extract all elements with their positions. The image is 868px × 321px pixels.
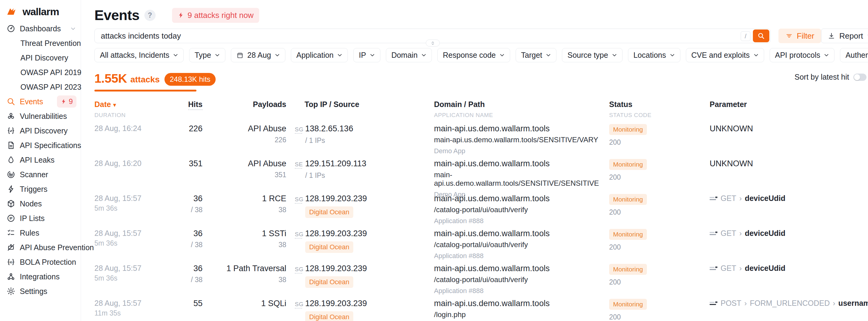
help-icon[interactable]: ? [144, 10, 156, 21]
parameter-location-icon [710, 266, 717, 271]
brand-logo[interactable]: wallarm [0, 0, 81, 17]
svg-text:ID: ID [9, 261, 12, 264]
filter-chip-mode[interactable]: All attacks, Incidents [94, 48, 184, 62]
sidebar-item-dashboards[interactable]: Dashboards [0, 21, 81, 36]
event-domain: main-api.us.demo.wallarm.tools [434, 194, 609, 203]
results-summary: 1.55K attacks 248.13K hits Sort by lates… [94, 71, 866, 92]
sidebar-item-api-discovery[interactable]: API Discovery [0, 123, 81, 138]
sidebar-item-api-specifications[interactable]: API Specifications [0, 138, 81, 153]
calendar-icon [236, 52, 244, 59]
table-row[interactable]: 28 Aug, 16:20 351 API Abuse 351 SE 129.1… [94, 155, 866, 190]
filter-icon [785, 32, 793, 40]
gauge-icon [6, 24, 16, 33]
chevron-right-icon [739, 229, 742, 238]
event-date: 28 Aug, 16:20 [94, 159, 170, 168]
filter-chips-row: All attacks, Incidents Type 28 Aug Appli… [94, 48, 866, 62]
sidebar-item-rules[interactable]: Rules [0, 225, 81, 240]
checklist-icon [6, 228, 16, 238]
filter-chip-ip[interactable]: IP [353, 48, 380, 62]
event-date: 28 Aug, 15:57 [94, 299, 170, 308]
attacks-tab[interactable]: 1.55K attacks 248.13K hits [94, 71, 216, 92]
application-name: Demo App [434, 147, 609, 155]
chevron-down-icon [499, 52, 505, 58]
payload-count: 351 [203, 171, 286, 179]
sidebar-item-bola-protection[interactable]: ID BOLA Protection [0, 255, 81, 269]
source-ip: 128.199.203.239 [305, 194, 367, 203]
ip-circle-icon: IP [6, 214, 16, 223]
source-ip: 138.2.65.136 [305, 124, 353, 133]
sidebar-item-api-discovery-dashboard[interactable]: API Discovery [0, 50, 81, 65]
toggle-knob [854, 74, 860, 80]
search-button[interactable] [753, 30, 769, 42]
filter-chip-locations[interactable]: Locations [628, 48, 680, 62]
country-code-badge: SG [295, 231, 302, 239]
column-header-date[interactable]: Date [94, 100, 170, 109]
filter-button[interactable]: Filter [778, 29, 821, 43]
filter-chip-source-type[interactable]: Source type [562, 48, 622, 62]
payload-count: 226 [203, 136, 286, 144]
sort-label: Sort by latest hit [795, 73, 849, 81]
search-collapse-handle[interactable] [426, 39, 440, 46]
sidebar-item-ip-lists[interactable]: IP IP Lists [0, 211, 81, 225]
sidebar-item-threat-prevention[interactable]: Threat Prevention [0, 36, 81, 50]
sidebar-item-scanner[interactable]: Scanner [0, 167, 81, 182]
column-header-hits[interactable]: Hits [188, 100, 203, 110]
sidebar-item-vulnerabilities[interactable]: Vulnerabilities [0, 109, 81, 123]
download-icon [828, 32, 835, 40]
filter-chip-type[interactable]: Type [189, 48, 225, 62]
status-badge: Monitoring [609, 194, 647, 205]
sidebar-item-api-leaks[interactable]: API Leaks [0, 153, 81, 167]
sidebar-item-settings[interactable]: Settings [0, 284, 81, 298]
table-row[interactable]: 28 Aug, 15:57 5m 36s 36 / 38 1 RCE 38 SG… [94, 190, 866, 225]
event-date: 28 Aug, 15:57 [94, 229, 170, 238]
column-subheader-duration: DURATION [94, 112, 170, 118]
document-icon [6, 141, 16, 150]
main-content: Events ? 9 attacks right now / Filter [81, 0, 868, 321]
source-organization-tag: Digital Ocean [305, 311, 353, 321]
attacks-right-now-badge[interactable]: 9 attacks right now [172, 8, 259, 23]
filter-chip-authentication[interactable]: Authentication [840, 48, 868, 62]
biohazard-icon [6, 112, 16, 121]
sidebar-item-owasp-api-2023[interactable]: OWASP API 2023 [0, 80, 81, 94]
event-path: /catalog-portal/ui/oauth/verify [434, 206, 609, 214]
status-badge: Monitoring [609, 159, 647, 170]
source-ip: 128.199.203.239 [305, 264, 367, 273]
table-row[interactable]: 28 Aug, 15:57 11m 35s 55 1 SQLi SG 128.1… [94, 295, 866, 321]
sidebar-item-triggers[interactable]: Triggers [0, 182, 81, 197]
status-code: 200 [609, 138, 710, 146]
filter-chip-api-protocols[interactable]: API protocols [770, 48, 835, 62]
report-button[interactable]: Report [821, 29, 868, 43]
chevron-right-icon [833, 299, 835, 308]
source-organization-tag: Digital Ocean [305, 241, 353, 253]
filter-chip-response-code[interactable]: Response code [437, 48, 510, 62]
table-row[interactable]: 28 Aug, 16:24 226 API Abuse 226 SG 138.2… [94, 120, 866, 155]
chevron-right-icon [739, 194, 742, 203]
sidebar-item-nodes[interactable]: Nodes [0, 197, 81, 211]
sort-by-latest-hit-toggle[interactable] [854, 74, 866, 81]
event-path: /catalog-portal/ui/oauth/verify [434, 241, 609, 249]
filter-chip-cve-exploits[interactable]: CVE and exploits [686, 48, 764, 62]
parameter-chain: GET deviceUdid [710, 229, 866, 238]
wallarm-events-page: wallarm Dashboards Threat Prevention API… [0, 0, 868, 321]
payload-type: 1 SSTi [203, 229, 286, 238]
http-method: GET [721, 194, 736, 203]
filter-chip-domain[interactable]: Domain [386, 48, 432, 62]
filter-chip-application[interactable]: Application [291, 48, 348, 62]
filter-chip-target[interactable]: Target [516, 48, 556, 62]
chevron-down-icon [421, 52, 426, 58]
hits-total: / 38 [170, 241, 203, 249]
source-organization-tag: Digital Ocean [305, 276, 353, 288]
event-duration: 5m 36s [94, 274, 170, 282]
http-method: GET [721, 229, 736, 238]
sidebar-item-integrations[interactable]: Integrations [0, 269, 81, 284]
sidebar-item-api-abuse-prevention[interactable]: API Abuse Prevention [0, 240, 81, 255]
filter-chip-date[interactable]: 28 Aug [231, 48, 285, 62]
table-row[interactable]: 28 Aug, 15:57 5m 36s 36 / 38 1 SSTi 38 S… [94, 225, 866, 260]
status-code: 200 [609, 243, 710, 251]
sidebar-item-owasp-api-2019[interactable]: OWASP API 2019 [0, 65, 81, 80]
payload-type: API Abuse [203, 124, 286, 133]
parameter-chain: GET deviceUdid [710, 264, 866, 273]
table-row[interactable]: 28 Aug, 15:57 5m 36s 36 / 38 1 Path Trav… [94, 260, 866, 295]
sidebar-item-events[interactable]: Events 9 [0, 94, 81, 109]
event-parameter: UNKNOWN [710, 124, 866, 134]
